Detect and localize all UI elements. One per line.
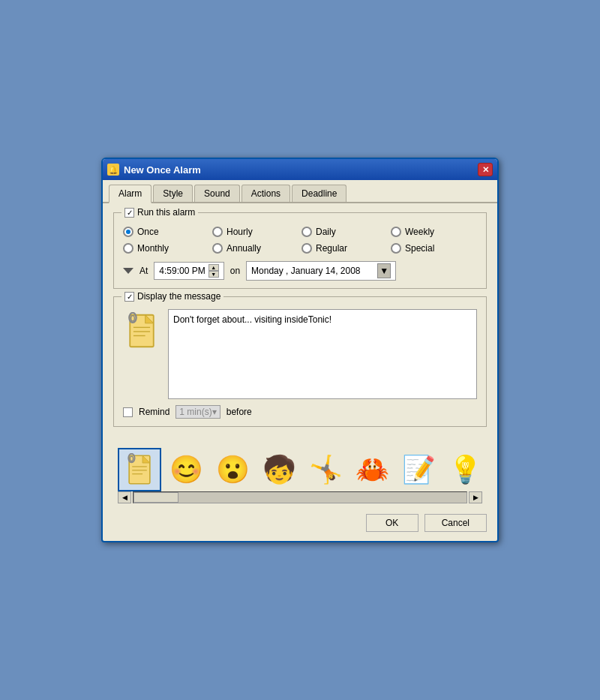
- expand-triangle[interactable]: [123, 268, 134, 274]
- button-row: OK Cancel: [103, 506, 497, 541]
- icon-item-person[interactable]: 🧒: [257, 448, 301, 491]
- dialog-window: 🔔 New Once Alarm ✕ Alarm Style Sound Act…: [101, 158, 499, 542]
- at-row: At 4:59:00 PM ▲ ▼ on Monday , January 14…: [123, 261, 477, 281]
- radio-annually-btn[interactable]: [212, 243, 223, 254]
- radio-hourly-label: Hourly: [226, 227, 253, 237]
- run-alarm-checkbox[interactable]: [124, 208, 134, 218]
- recurrence-grid: Once Hourly Daily Weekly Monthly: [123, 227, 477, 254]
- remind-checkbox[interactable]: [123, 407, 133, 417]
- radio-hourly-btn[interactable]: [212, 227, 223, 237]
- radio-once-btn[interactable]: [123, 227, 134, 237]
- radio-weekly[interactable]: Weekly: [391, 227, 477, 237]
- icon-item-lightbulb[interactable]: 💡: [443, 448, 487, 491]
- message-wrapper: [123, 309, 477, 399]
- scroll-track[interactable]: [133, 491, 467, 503]
- tab-actions[interactable]: Actions: [242, 185, 290, 202]
- radio-regular-label: Regular: [316, 243, 347, 254]
- at-label: At: [140, 266, 148, 276]
- remind-label: Remind: [139, 407, 170, 417]
- time-spin-up[interactable]: ▲: [208, 264, 219, 271]
- message-group: Display the message: [113, 296, 487, 427]
- radio-annually[interactable]: Annually: [212, 243, 298, 254]
- on-label: on: [230, 266, 240, 276]
- icon-strip-container: 😊 😮 🧒 🤸 🦀 📝 💡 ◀ ▶: [103, 443, 497, 506]
- icon-item-jump[interactable]: 🤸: [304, 448, 347, 491]
- radio-weekly-btn[interactable]: [391, 227, 401, 237]
- radio-special-btn[interactable]: [391, 243, 401, 254]
- cancel-button[interactable]: Cancel: [424, 514, 487, 532]
- tab-bar: Alarm Style Sound Actions Deadline: [103, 180, 497, 203]
- radio-monthly-btn[interactable]: [123, 243, 134, 254]
- radio-special[interactable]: Special: [391, 243, 477, 254]
- window-icon: 🔔: [107, 164, 119, 176]
- radio-weekly-label: Weekly: [405, 227, 434, 237]
- alarm-group: Run this alarm Once Hourly Daily: [113, 212, 487, 289]
- time-spinner: ▲ ▼: [208, 264, 219, 278]
- date-dropdown[interactable]: Monday , January 14, 2008 ▼: [246, 261, 396, 281]
- radio-special-label: Special: [405, 243, 434, 254]
- remind-row: Remind 1 min(s)▾ before: [123, 405, 477, 419]
- tab-deadline[interactable]: Deadline: [292, 185, 346, 202]
- icon-strip: 😊 😮 🧒 🤸 🦀 📝 💡: [113, 443, 487, 491]
- icon-item-surprised[interactable]: 😮: [211, 448, 254, 491]
- radio-regular[interactable]: Regular: [302, 243, 388, 254]
- remind-before-label: before: [226, 407, 252, 417]
- scroll-thumb[interactable]: [134, 492, 178, 503]
- date-dropdown-arrow[interactable]: ▼: [377, 263, 391, 278]
- window-title: New Once Alarm: [124, 164, 201, 176]
- icon-scrollbar: ◀ ▶: [113, 491, 487, 506]
- radio-hourly[interactable]: Hourly: [212, 227, 298, 237]
- remind-mins[interactable]: 1 min(s)▾: [176, 405, 220, 419]
- radio-once[interactable]: Once: [123, 227, 209, 237]
- scroll-right-btn[interactable]: ▶: [469, 491, 482, 503]
- tab-content: Run this alarm Once Hourly Daily: [103, 203, 497, 443]
- tab-alarm[interactable]: Alarm: [109, 185, 152, 203]
- ok-button[interactable]: OK: [366, 514, 418, 532]
- icon-item-creature[interactable]: 🦀: [350, 448, 394, 491]
- radio-daily-btn[interactable]: [302, 227, 312, 237]
- scroll-left-btn[interactable]: ◀: [118, 491, 131, 503]
- display-message-checkbox[interactable]: [124, 292, 134, 302]
- time-spin-down[interactable]: ▼: [208, 271, 219, 278]
- time-input[interactable]: 4:59:00 PM ▲ ▼: [154, 262, 224, 280]
- date-value: Monday , January 14, 2008: [251, 266, 360, 276]
- tab-style[interactable]: Style: [153, 185, 193, 202]
- display-message-label: Display the message: [137, 291, 220, 302]
- message-textarea[interactable]: [168, 309, 477, 399]
- radio-daily-label: Daily: [316, 227, 336, 237]
- radio-monthly[interactable]: Monthly: [123, 243, 209, 254]
- icon-item-smile[interactable]: 😊: [164, 448, 208, 491]
- icon-item-note[interactable]: [118, 448, 161, 491]
- tab-sound[interactable]: Sound: [194, 185, 240, 202]
- close-button[interactable]: ✕: [478, 163, 493, 176]
- radio-regular-btn[interactable]: [302, 243, 312, 254]
- note-icon: [123, 309, 160, 399]
- title-bar: 🔔 New Once Alarm ✕: [103, 159, 497, 180]
- time-value: 4:59:00 PM: [159, 266, 205, 276]
- radio-once-label: Once: [137, 227, 159, 237]
- icon-item-notepad[interactable]: 📝: [397, 448, 440, 491]
- radio-monthly-label: Monthly: [137, 243, 169, 254]
- run-alarm-label: Run this alarm: [137, 207, 195, 218]
- radio-annually-label: Annually: [226, 243, 261, 254]
- radio-daily[interactable]: Daily: [302, 227, 388, 237]
